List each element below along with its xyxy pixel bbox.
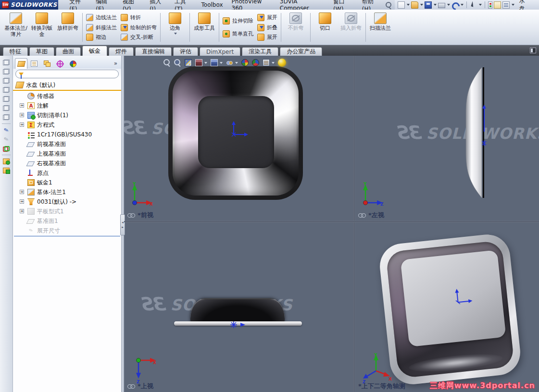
tab-render-tools[interactable]: 渲染工具	[242, 47, 278, 56]
tree-item-forming-tool[interactable]: 0031(默认) ->	[13, 197, 121, 207]
miter-flange-button[interactable]: 斜接法兰	[86, 24, 117, 31]
configurationmanager-tab[interactable]	[41, 58, 53, 69]
options-icon[interactable]	[502, 1, 510, 9]
zoom-area-icon[interactable]	[174, 59, 181, 66]
model-isometric-view[interactable]	[377, 233, 522, 387]
view-settings-caret[interactable]	[272, 62, 275, 64]
expand-icon[interactable]	[20, 103, 24, 108]
new-dropdown-caret[interactable]	[407, 4, 410, 6]
simple-hole-button[interactable]: 简单直孔	[223, 30, 253, 37]
tree-item-flat-sketch[interactable]: 展开尺寸	[13, 226, 121, 235]
viewport-front[interactable]: ЗSSOLIDWORKS Y X	[124, 56, 353, 221]
viewport-horizontal-divider[interactable]	[124, 221, 539, 222]
rebuild-lights-icon[interactable]	[488, 1, 492, 9]
orientation-cube-icon[interactable]	[3, 69, 10, 74]
apply-scene-icon[interactable]	[252, 59, 259, 66]
link-views-icon[interactable]	[127, 384, 135, 389]
zoom-fit-icon[interactable]	[163, 59, 171, 66]
menu-edit[interactable]: 编辑(E)	[91, 0, 118, 10]
tab-dimxpert[interactable]: DimXpert	[200, 47, 240, 56]
menu-file[interactable]: 文件(F)	[65, 0, 91, 10]
tree-item-plane1[interactable]: 基准面1	[13, 216, 121, 226]
open-dropdown-caret[interactable]	[420, 4, 423, 6]
jog-button[interactable]: 转折	[121, 14, 157, 21]
display-style-icon[interactable]	[211, 59, 218, 66]
hide-show-caret[interactable]	[235, 62, 238, 64]
print-dropdown-caret[interactable]	[447, 4, 450, 6]
tab-sketch[interactable]: 草图	[29, 47, 54, 56]
menu-tools[interactable]: 工具(T)	[170, 0, 197, 10]
menu-3dvia[interactable]: 3DVIA Composer	[276, 0, 329, 10]
corner-dropdown-caret[interactable]	[174, 33, 177, 35]
hide-show-items-icon[interactable]	[226, 59, 233, 66]
viewport-vertical-divider[interactable]	[353, 56, 355, 392]
swept-flange-button[interactable]: 扫描法兰	[367, 11, 393, 44]
orientation-cube-icon[interactable]	[3, 87, 10, 93]
menu-toolbox[interactable]: Toolbox	[197, 0, 227, 10]
filter-input[interactable]	[25, 71, 115, 77]
edge-flange-button[interactable]: 边线法兰	[86, 14, 117, 21]
section-view-icon[interactable]	[185, 59, 192, 66]
filter-box[interactable]	[15, 70, 119, 78]
light-icon[interactable]	[278, 59, 286, 67]
tree-item-cutlist[interactable]: 切割清单(1)	[13, 110, 121, 120]
options-dropdown-caret[interactable]	[512, 4, 514, 6]
open-icon[interactable]	[411, 1, 418, 9]
propertymanager-tab[interactable]	[28, 58, 40, 69]
orientation-cube-icon[interactable]	[3, 105, 10, 111]
link-views-icon[interactable]	[358, 213, 366, 218]
base-flange-button[interactable]: 基体法兰/薄片	[3, 11, 29, 44]
cross-break-button[interactable]: 交叉-折断	[121, 34, 157, 41]
extruded-cut-button[interactable]: 拉伸切除	[223, 17, 253, 24]
collapse-taskpane-icon[interactable]	[530, 48, 536, 53]
display-style-caret[interactable]	[220, 62, 223, 64]
tree-item-sheet-metal[interactable]: 钣金1	[13, 178, 121, 187]
tab-surfaces[interactable]: 曲面	[56, 47, 81, 56]
search-icon[interactable]	[385, 1, 392, 9]
undo-dropdown-caret[interactable]	[461, 4, 464, 6]
menu-insert[interactable]: 插入(I)	[145, 0, 170, 10]
viewport-isometric[interactable]: Y X Z *上下二等角轴测 三维网www.3dportal.cn	[355, 222, 539, 392]
expand-icon[interactable]	[20, 122, 24, 127]
tree-item-base-flange[interactable]: 基体-法兰1	[13, 187, 121, 197]
tree-item-top-plane[interactable]: 上视基准面	[13, 149, 121, 159]
expand-icon[interactable]	[20, 209, 24, 213]
manager-overflow-chevron[interactable]: »	[114, 60, 119, 69]
tab-evaluate[interactable]: 评估	[173, 47, 198, 56]
unfold-button[interactable]: 展开	[257, 14, 277, 21]
link-views-icon[interactable]	[127, 213, 135, 218]
lofted-bend-button[interactable]: 放样折弯	[55, 11, 81, 44]
model-front-view[interactable]	[168, 66, 303, 200]
save-dropdown-caret[interactable]	[434, 4, 437, 6]
isometric-cube-icon[interactable]	[3, 114, 10, 120]
hem-button[interactable]: 褶边	[86, 34, 117, 41]
viewport-left[interactable]: ЗSSOLIDWORKS Y Z	[355, 56, 539, 221]
tree-item-material[interactable]: 1Cr17(GB)/SUS430	[13, 130, 121, 139]
tree-item-front-plane[interactable]: 前视基准面	[13, 139, 121, 149]
select-icon[interactable]	[470, 1, 477, 9]
tree-item-part[interactable]: 水盘 (默认)	[13, 80, 121, 91]
tree-item-sensors[interactable]: 传感器	[13, 91, 121, 101]
select-dropdown-caret[interactable]	[479, 4, 482, 6]
tab-features[interactable]: 特征	[3, 47, 28, 56]
new-document-icon[interactable]	[398, 1, 405, 9]
forming-tool-button[interactable]: 成形工具	[191, 11, 217, 44]
graphics-area[interactable]: ЗSSOLIDWORKS Y X	[124, 56, 539, 392]
print-icon[interactable]	[438, 3, 445, 8]
dimxpertmanager-tab[interactable]	[54, 58, 66, 69]
save-icon[interactable]	[425, 1, 432, 9]
extrude-cut-icon[interactable]	[3, 168, 10, 173]
view-orientation-caret[interactable]	[204, 62, 207, 64]
mate-reference-icon[interactable]	[3, 146, 10, 151]
tab-office-products[interactable]: 办公室产品	[280, 47, 322, 56]
sketched-bend-button[interactable]: 绘制的折弯	[121, 24, 157, 31]
convert-to-sheet-metal-button[interactable]: 转换到钣金	[29, 11, 55, 44]
expand-icon[interactable]	[20, 113, 24, 117]
tree-item-origin[interactable]: 原点	[13, 168, 121, 178]
orientation-cube-icon[interactable]	[3, 96, 10, 102]
fold-button[interactable]: 折叠	[257, 24, 277, 31]
sketch-icon[interactable]: ✎	[3, 127, 10, 134]
view-orientation-icon[interactable]	[195, 59, 202, 66]
tab-sheet-metal[interactable]: 钣金	[82, 46, 107, 56]
tree-item-annotations[interactable]: 注解	[13, 101, 121, 110]
